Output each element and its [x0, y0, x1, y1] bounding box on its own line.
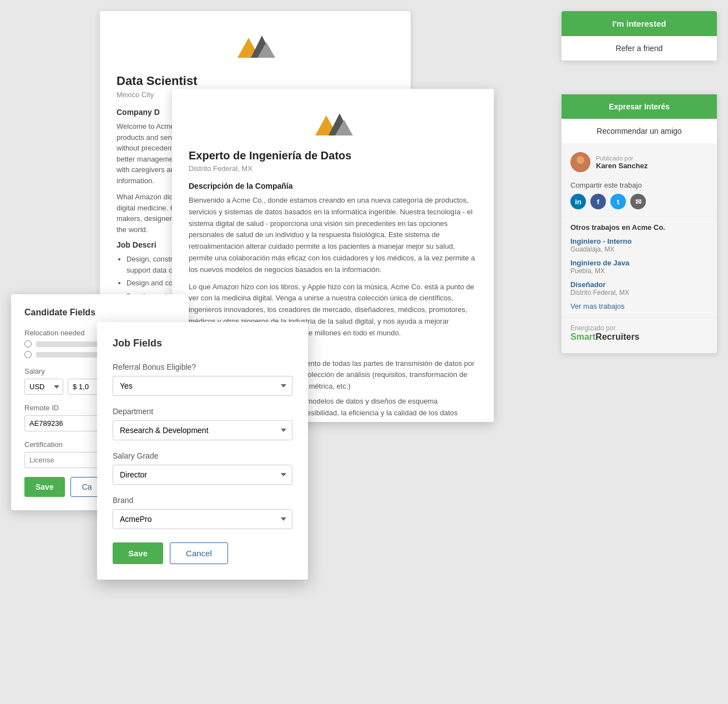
- salary-grade-select[interactable]: Director Manager Associate: [113, 465, 292, 485]
- other-job-3-title[interactable]: Diseñador: [570, 280, 708, 289]
- other-job-2-loc: Puebla, MX: [570, 267, 708, 275]
- job-location-front: Distrito Federal, MX: [189, 164, 477, 173]
- job-title-back: Data Scientist: [117, 74, 394, 88]
- other-job-1-loc: Guadalaja, MX: [570, 245, 708, 253]
- relocation-radio-2[interactable]: [24, 351, 32, 358]
- share-section: Compartir este trabajo in f t ✉: [562, 181, 717, 216]
- job-fields-modal: Job Fields Referral Bonus Eligible? Yes …: [97, 322, 308, 580]
- share-icons: in f t ✉: [570, 194, 708, 209]
- avatar: [570, 152, 590, 172]
- expresar-interes-button[interactable]: Expresar Interés: [562, 94, 717, 119]
- relocation-radio-1[interactable]: [24, 340, 32, 348]
- facebook-icon[interactable]: f: [590, 194, 606, 209]
- share-label: Compartir este trabajo: [570, 181, 708, 189]
- action-panel-english: I'm interested Refer a friend: [562, 11, 717, 61]
- referral-bonus-label: Referral Bonus Eligible?: [113, 363, 292, 371]
- see-more-link[interactable]: Ver mas trabajos: [570, 302, 708, 310]
- linkedin-icon[interactable]: in: [570, 194, 586, 209]
- publicado-label: Publicado por: [596, 155, 648, 162]
- email-icon[interactable]: ✉: [630, 194, 646, 209]
- brand-select[interactable]: AcmePro AcmeLite: [113, 509, 292, 529]
- candidate-save-button[interactable]: Save: [24, 477, 65, 497]
- job-fields-cancel-button[interactable]: Cancel: [170, 542, 228, 564]
- candidate-fields-title: Candidate Fields: [24, 308, 175, 318]
- publisher-info: Publicado por Karen Sanchez: [596, 155, 648, 170]
- recomendar-amigo-button[interactable]: Recommendar un amigo: [562, 119, 717, 143]
- powered-by-section: Energizado por SmartRecruiters: [562, 317, 717, 342]
- job-fields-title: Job Fields: [113, 338, 292, 349]
- publisher-name: Karen Sanchez: [596, 162, 648, 170]
- radio-bar-2: [36, 352, 103, 358]
- referral-bonus-select[interactable]: Yes No: [113, 376, 292, 396]
- department-group: Department Research & Development Engine…: [113, 407, 292, 440]
- department-select[interactable]: Research & Development Engineering Marke…: [113, 420, 292, 440]
- referral-bonus-group: Referral Bonus Eligible? Yes No: [113, 363, 292, 396]
- department-label: Department: [113, 407, 292, 416]
- salary-grade-group: Salary Grade Director Manager Associate: [113, 451, 292, 485]
- publisher-section: Publicado por Karen Sanchez: [562, 143, 717, 181]
- other-job-1-title[interactable]: Inginiero - Interno: [570, 237, 708, 245]
- other-jobs-section: Otros trabajos en Acme Co. Inginiero - I…: [562, 216, 717, 317]
- other-job-1: Inginiero - Interno Guadalaja, MX: [570, 237, 708, 253]
- currency-select[interactable]: USD: [24, 379, 63, 395]
- salary-grade-label: Salary Grade: [113, 451, 292, 460]
- twitter-icon[interactable]: t: [610, 194, 626, 209]
- job-title-front: Experto de Ingeniería de Datos: [189, 149, 477, 162]
- company-logo-front: [189, 105, 477, 140]
- job-fields-save-button[interactable]: Save: [113, 542, 163, 564]
- refer-friend-button[interactable]: Refer a friend: [562, 36, 717, 61]
- modal-btn-row: Save Cancel: [113, 542, 292, 564]
- company-logo-back: [117, 28, 394, 63]
- other-job-3-loc: Distrito Federal, MX: [570, 289, 708, 296]
- brand-label: Brand: [113, 496, 292, 505]
- brand-group: Brand AcmePro AcmeLite: [113, 496, 292, 529]
- energizado-label: Energizado por: [570, 324, 708, 332]
- company-section-title: Descripción de la Compañía: [189, 182, 477, 190]
- im-interested-button[interactable]: I'm interested: [562, 11, 717, 36]
- other-job-3: Diseñador Distrito Federal, MX: [570, 280, 708, 296]
- other-job-2-title[interactable]: Inginiero de Java: [570, 259, 708, 267]
- radio-bar-1: [36, 341, 103, 347]
- action-panel-spanish: Expresar Interés Recommendar un amigo Pu…: [562, 94, 717, 353]
- company-desc-front: Bienvenido a Acme Co., donde estamos cre…: [189, 195, 477, 276]
- svg-point-7: [577, 156, 584, 164]
- smartrecruiters-logo: SmartRecruiters: [570, 332, 708, 342]
- other-jobs-label: Otros trabajos en Acme Co.: [570, 223, 708, 232]
- other-job-2: Inginiero de Java Puebla, MX: [570, 259, 708, 275]
